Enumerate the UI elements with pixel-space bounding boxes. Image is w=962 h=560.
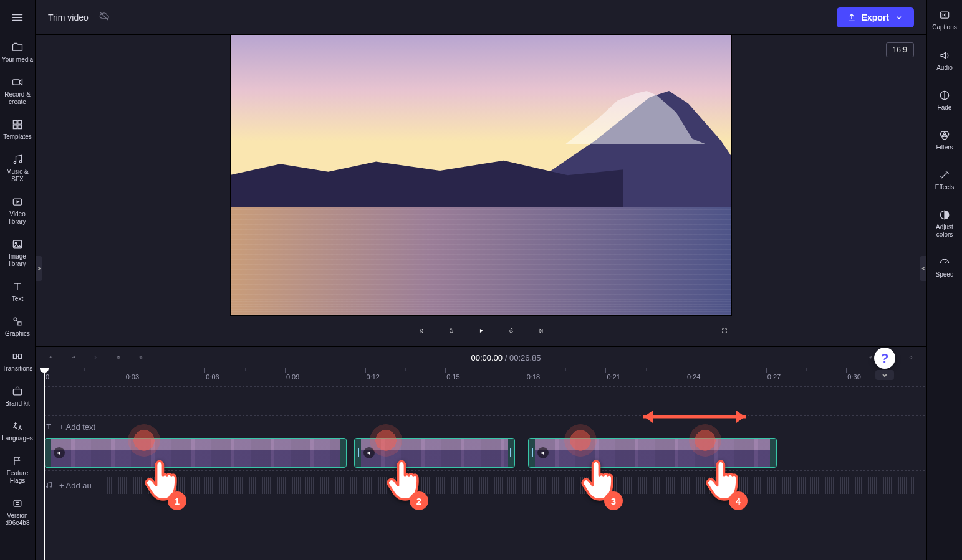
svg-rect-14 [13, 389, 21, 395]
sidebar-item-label: Record & create [1, 91, 34, 106]
sidebar-languages[interactable]: Languages [0, 414, 35, 448]
svg-point-22 [50, 486, 51, 487]
sidebar-your-media[interactable]: Your media [0, 35, 35, 70]
rside-captions[interactable]: Captions [927, 0, 962, 40]
rside-label: Filters [936, 144, 953, 151]
redo-button[interactable] [68, 352, 79, 363]
rside-audio[interactable]: Audio [927, 40, 962, 80]
rside-adjust-colors[interactable]: Adjust colors [927, 200, 962, 247]
playhead[interactable] [44, 368, 45, 560]
tutorial-pointer-3: 3 [578, 459, 614, 503]
captions-icon [938, 9, 951, 21]
sidebar-item-label: Languages [2, 435, 33, 442]
audio-waveform [107, 477, 914, 494]
fade-icon [938, 89, 951, 102]
left-sidebar: Your media Record & create Templates Mus… [0, 0, 36, 560]
right-sidebar: Captions Audio Fade Filters Effects Adju… [926, 0, 962, 560]
add-audio-label: + Add au [59, 481, 92, 490]
sidebar-text[interactable]: Text [0, 274, 35, 309]
sidebar-transitions[interactable]: Transitions [0, 344, 35, 379]
sidebar-image-library[interactable]: Image library [0, 232, 35, 274]
speed-icon [938, 256, 951, 268]
forward-button[interactable] [504, 324, 518, 338]
video-canvas[interactable] [231, 35, 731, 315]
undo-button[interactable] [46, 352, 57, 363]
chevron-down-icon [894, 12, 904, 22]
rside-label: Speed [936, 271, 954, 278]
total-duration: 00:26.85 [509, 353, 541, 363]
play-button[interactable] [474, 324, 488, 338]
expand-right-panel-button[interactable] [920, 256, 926, 281]
rewind-button[interactable] [445, 324, 458, 338]
languages-icon [11, 420, 24, 432]
svg-rect-13 [19, 354, 22, 359]
clip-volume-icon[interactable] [537, 447, 549, 458]
sidebar-item-label: Text [12, 295, 23, 303]
sidebar-item-label: Feature Flags [1, 470, 34, 485]
rside-label: Adjust colors [928, 224, 961, 239]
svg-rect-1 [13, 120, 17, 124]
folder-icon [11, 41, 24, 54]
export-label: Export [862, 12, 889, 22]
clip-volume-icon[interactable] [54, 447, 65, 458]
music-icon [44, 481, 53, 490]
delete-button[interactable] [113, 352, 124, 363]
svg-rect-18 [140, 357, 142, 359]
clip-trim-right[interactable] [770, 439, 776, 467]
rside-label: Captions [932, 24, 956, 31]
transitions-icon [11, 350, 24, 363]
add-text-label: + Add text [59, 422, 95, 432]
time-ruler[interactable]: 00:030:060:090:120:150:180:210:240:270:3… [36, 368, 926, 384]
shapes-icon [11, 315, 24, 328]
sidebar-feature-flags[interactable]: Feature Flags [0, 448, 35, 491]
video-clip-1[interactable] [44, 438, 347, 468]
text-icon [44, 422, 53, 431]
timeline[interactable]: 00:030:060:090:120:150:180:210:240:270:3… [36, 368, 926, 560]
sidebar-video-library[interactable]: Video library [0, 189, 35, 232]
clip-trim-right[interactable] [508, 439, 514, 467]
rside-effects[interactable]: Effects [927, 160, 962, 200]
svg-point-10 [14, 318, 17, 321]
sidebar-music-sfx[interactable]: Music & SFX [0, 147, 35, 189]
tutorial-pointer-2: 2 [383, 459, 420, 503]
clip-trim-right[interactable] [340, 439, 346, 467]
split-button[interactable] [90, 352, 102, 363]
filters-icon [938, 129, 951, 141]
skip-forward-button[interactable] [534, 324, 548, 338]
tutorial-pointer-4: 4 [703, 459, 739, 503]
briefcase-icon [11, 385, 24, 397]
cloud-offline-icon [99, 11, 110, 24]
skip-back-button[interactable] [415, 324, 428, 338]
sidebar-item-label: Templates [3, 133, 32, 141]
export-button[interactable]: Export [837, 7, 914, 27]
add-text-track[interactable]: + Add text [44, 418, 926, 435]
fit-zoom-button[interactable] [905, 352, 916, 363]
flag-icon [11, 455, 24, 467]
sidebar-brand-kit[interactable]: Brand kit [0, 379, 35, 414]
clip-trim-left[interactable] [355, 439, 361, 467]
help-button[interactable]: ? [874, 348, 895, 369]
sidebar-item-label: Your media [2, 56, 33, 64]
aspect-ratio-button[interactable]: 16:9 [886, 42, 914, 57]
rside-filters[interactable]: Filters [927, 120, 962, 160]
rside-label: Fade [938, 104, 952, 112]
tutorial-arrow [635, 404, 754, 429]
playback-controls [231, 315, 731, 346]
duplicate-button[interactable] [135, 352, 147, 363]
tutorial-pointer-1: 1 [142, 459, 178, 503]
rside-label: Audio [936, 64, 953, 72]
rside-fade[interactable]: Fade [927, 80, 962, 120]
sidebar-item-label: Brand kit [5, 400, 29, 407]
project-title[interactable]: Trim video [48, 12, 89, 22]
sidebar-record-create[interactable]: Record & create [0, 70, 35, 112]
rside-label: Effects [935, 184, 954, 191]
camera-icon [11, 76, 24, 88]
fullscreen-button[interactable] [718, 324, 731, 338]
menu-button[interactable] [0, 0, 35, 35]
sidebar-graphics[interactable]: Graphics [0, 309, 35, 344]
clip-trim-left[interactable] [529, 439, 535, 467]
rside-speed[interactable]: Speed [927, 247, 962, 287]
sidebar-templates[interactable]: Templates [0, 112, 35, 147]
sidebar-version[interactable]: Version d96e4b8 [0, 491, 35, 533]
clip-trim-left[interactable] [45, 439, 51, 467]
